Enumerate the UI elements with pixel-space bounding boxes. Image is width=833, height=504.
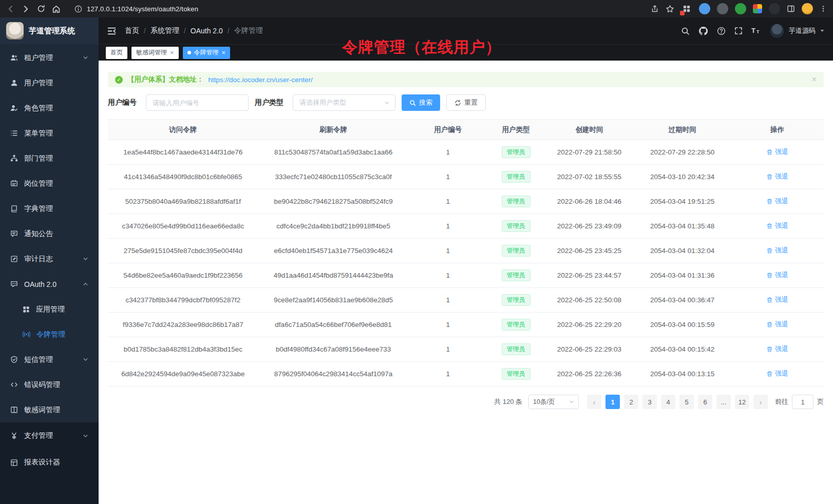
sidebar-item-dict[interactable]: 字典管理 xyxy=(0,196,99,221)
breadcrumb-item-home[interactable]: 首页 xyxy=(125,26,139,35)
share-icon[interactable] xyxy=(651,5,659,13)
user-type-tag: 管理员 xyxy=(502,368,531,380)
close-tab-icon[interactable]: × xyxy=(170,49,174,56)
breadcrumb-item-system[interactable]: 系统管理 xyxy=(150,26,179,35)
force-logout-button[interactable]: 强退 xyxy=(766,221,788,230)
doc-link[interactable]: https://doc.iocoder.cn/user-center/ xyxy=(209,76,313,84)
search-button[interactable]: 搜索 xyxy=(402,94,440,111)
success-check-icon: ✓ xyxy=(115,76,123,84)
sidebar-item-report-designer[interactable]: 报表设计器 xyxy=(0,449,99,476)
next-page-button[interactable]: › xyxy=(753,395,768,409)
sidebar-item-tenant[interactable]: 租户管理 xyxy=(0,45,99,70)
close-tab-icon[interactable]: × xyxy=(222,49,226,56)
user-menu[interactable]: 芋道源码 xyxy=(769,23,825,38)
force-logout-button[interactable]: 强退 xyxy=(766,147,788,157)
back-icon[interactable] xyxy=(6,5,15,13)
table-row: c342377bf8b344799dcbf7bf095287f29ce8ef2a… xyxy=(108,288,824,313)
force-logout-button[interactable]: 强退 xyxy=(766,344,788,354)
close-alert-icon[interactable]: × xyxy=(812,75,817,84)
user-id-cell: 1 xyxy=(408,337,487,362)
sidebar-item-error-code[interactable]: 错误码管理 xyxy=(0,372,99,397)
sidebar-item-menu[interactable]: 菜单管理 xyxy=(0,121,99,146)
sidebar-item-audit-log[interactable]: 审计日志 xyxy=(0,246,99,272)
page-button-6[interactable]: 6 xyxy=(698,395,712,409)
force-logout-button[interactable]: 强退 xyxy=(766,270,788,280)
sidebar-item-dept[interactable]: 部门管理 xyxy=(0,146,99,171)
sidebar-item-user[interactable]: 用户管理 xyxy=(0,70,99,95)
access-token-cell: c342377bf8b344799dcbf7bf095287f2 xyxy=(108,288,258,313)
force-logout-button[interactable]: 强退 xyxy=(766,172,788,181)
github-icon[interactable] xyxy=(698,26,708,36)
force-logout-button[interactable]: 强退 xyxy=(766,320,788,329)
delete-icon xyxy=(766,297,773,303)
user-id-input[interactable] xyxy=(146,94,249,111)
column-header: 操作 xyxy=(731,120,824,140)
sidebar-item-oauth2-token[interactable]: 令牌管理 xyxy=(0,322,99,347)
extension-black-icon[interactable] xyxy=(769,3,780,14)
page-button-5[interactable]: 5 xyxy=(679,395,694,409)
page-button-3[interactable]: 3 xyxy=(642,395,657,409)
page-button-1[interactable]: 1 xyxy=(605,395,620,409)
collapse-sidebar-icon[interactable] xyxy=(107,26,117,36)
access-token-cell: f9336e7c7dd242a283ee98dc86b17a87 xyxy=(108,313,258,337)
goto-page-input[interactable] xyxy=(792,395,813,409)
prev-page-button[interactable]: ‹ xyxy=(587,395,601,409)
bookmark-star-icon[interactable] xyxy=(666,5,674,13)
sidebar-item-oauth2[interactable]: OAuth 2.0 xyxy=(0,272,99,297)
search-icon[interactable] xyxy=(681,27,690,35)
extension-dark-icon[interactable] xyxy=(717,3,728,14)
tab-token[interactable]: 令牌管理× xyxy=(183,47,231,59)
table-row: 1ea5e44f8bc1467aaede43144f31de76811c5304… xyxy=(108,140,824,165)
users-icon xyxy=(10,54,18,62)
sidebar-item-sms[interactable]: 短信管理 xyxy=(0,347,99,372)
browser-profile-avatar[interactable] xyxy=(802,3,813,14)
sidebar-item-role[interactable]: 角色管理 xyxy=(0,95,99,121)
more-pages-button[interactable]: ... xyxy=(716,395,731,409)
extension-grid-icon[interactable] xyxy=(681,3,692,14)
tab-home[interactable]: 首页 xyxy=(106,47,127,59)
home-icon[interactable] xyxy=(52,5,61,13)
tab-sensitive-word[interactable]: 敏感词管理× xyxy=(131,47,179,59)
font-size-icon[interactable]: TT xyxy=(751,26,761,35)
page-size-select[interactable]: 10条/页 xyxy=(528,395,579,409)
action-cell: 强退 xyxy=(731,263,824,288)
page-button-4[interactable]: 4 xyxy=(661,395,675,409)
sidebar-item-label: 应用管理 xyxy=(36,305,65,314)
sidebar-item-pay[interactable]: 支付管理 xyxy=(0,422,99,449)
user-id-cell: 1 xyxy=(408,214,487,239)
breadcrumb-item-oauth2[interactable]: OAuth 2.0 xyxy=(191,27,223,35)
reload-icon[interactable] xyxy=(37,5,45,13)
help-icon[interactable] xyxy=(717,27,726,35)
user-type-cell: 管理员 xyxy=(487,288,545,313)
side-panel-icon[interactable] xyxy=(787,5,795,13)
sidebar-item-oauth2-app[interactable]: 应用管理 xyxy=(0,297,99,322)
force-logout-button[interactable]: 强退 xyxy=(766,197,788,206)
force-logout-button[interactable]: 强退 xyxy=(766,295,788,304)
action-cell: 强退 xyxy=(731,337,824,362)
force-logout-button[interactable]: 强退 xyxy=(766,369,788,378)
extension-blue-icon[interactable] xyxy=(699,3,710,14)
app-logo[interactable]: 芋道管理系统 xyxy=(0,17,99,44)
force-logout-button[interactable]: 强退 xyxy=(766,246,788,255)
refresh-token-cell: be90422b8c7946218275a508bf524fc9 xyxy=(258,189,409,214)
page-button-2[interactable]: 2 xyxy=(624,395,638,409)
sidebar-item-post[interactable]: 岗位管理 xyxy=(0,171,99,196)
address-bar[interactable]: 127.0.0.1:1024/system/oauth2/token xyxy=(69,2,642,15)
extension-green-icon[interactable] xyxy=(735,3,746,14)
user-type-select[interactable]: 请选择用户类型 xyxy=(293,94,395,111)
menu-list-icon xyxy=(10,129,18,137)
goto-label: 前往 xyxy=(775,397,788,406)
browser-menu-icon[interactable] xyxy=(820,5,827,12)
site-info-icon[interactable] xyxy=(74,5,82,13)
reset-button[interactable]: 重置 xyxy=(446,94,486,111)
page-button-12[interactable]: 12 xyxy=(735,395,749,409)
sidebar-item-notice[interactable]: 通知公告 xyxy=(0,221,99,246)
access-token-cell: 6d842e2924594de9a09e45e087323abe xyxy=(108,362,258,386)
header: 首页 / 系统管理 / OAuth 2.0 / 令牌管理 TT 芋道源码 xyxy=(99,17,833,44)
extensions-puzzle-icon[interactable] xyxy=(753,4,762,13)
fullscreen-icon[interactable] xyxy=(734,27,743,35)
user-type-cell: 管理员 xyxy=(487,140,545,165)
breadcrumb-separator: / xyxy=(144,27,146,35)
sidebar-item-sensitive-word[interactable]: 敏感词管理 xyxy=(0,397,99,422)
forward-icon[interactable] xyxy=(22,5,30,13)
